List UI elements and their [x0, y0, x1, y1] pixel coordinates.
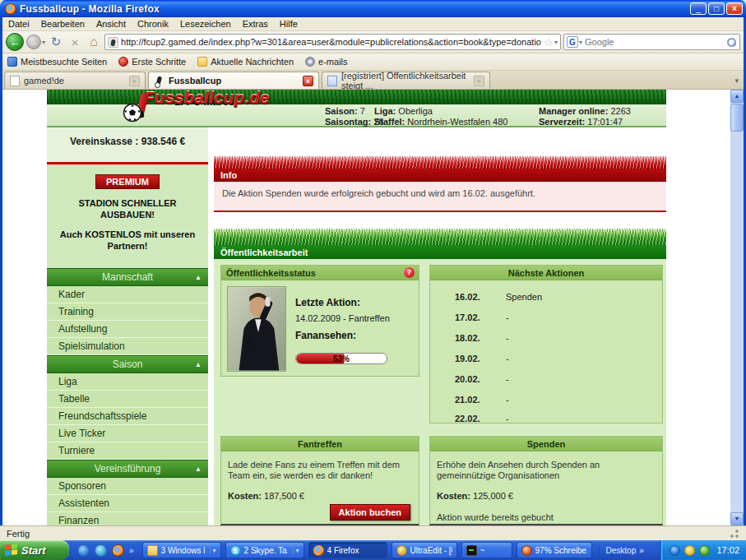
sidebar: Vereinskasse : 938.546 € PREMIUM STADION… — [47, 127, 208, 524]
sidebar-item-training[interactable]: Training — [47, 303, 208, 321]
history-dropdown-icon[interactable] — [42, 39, 45, 46]
tab-close-icon[interactable] — [303, 76, 313, 86]
page-icon — [10, 76, 20, 86]
firefox-quicklaunch-icon[interactable] — [112, 544, 124, 557]
search-bar[interactable]: G — [563, 34, 740, 50]
help-icon[interactable] — [404, 267, 415, 278]
last-action-value: 14.02.2009 - Fantreffen — [295, 313, 390, 323]
menu-lesezeichen[interactable]: Lesezeichen — [174, 18, 237, 30]
action-date: 21.02. — [455, 395, 480, 405]
firefox-task-icon — [313, 545, 324, 556]
tray-icon-green[interactable] — [699, 545, 710, 556]
sidebar-item-kader[interactable]: Kader — [47, 286, 208, 303]
phone-icon[interactable] — [95, 544, 107, 557]
sidebar-item-live-ticker[interactable]: Live Ticker — [47, 425, 208, 442]
collapse-icon[interactable] — [195, 274, 202, 281]
sidebar-item-turniere[interactable]: Turniere — [47, 442, 208, 460]
sidebar-item-freundschaftsspiele[interactable]: Freundschaftsspiele — [47, 408, 208, 425]
url-dropdown-icon[interactable] — [554, 39, 558, 46]
bookmark-erste-schritte[interactable]: Erste Schritte — [118, 57, 186, 67]
tab-list-icon[interactable] — [731, 76, 742, 85]
status-box: Öffentlichkeitsstatus — [220, 265, 419, 377]
balance-value: 938.546 € — [141, 136, 185, 147]
tab-close-icon[interactable] — [129, 76, 140, 86]
task-schreibprogramm[interactable]: 97% Schreibe... — [517, 542, 592, 558]
sidebar-item-spielsimulation[interactable]: Spielsimulation — [47, 338, 208, 355]
group-dropdown-icon[interactable] — [293, 547, 299, 554]
section-saison[interactable]: Saison — [47, 355, 208, 373]
section-vereinsfuehrung[interactable]: Vereinsführung — [47, 460, 208, 478]
aktion-buchen-button[interactable]: Aktion buchen — [330, 504, 410, 521]
task-ultraedit[interactable]: UltraEdit - [C:\... — [392, 542, 457, 558]
section-title: Saison — [113, 359, 143, 370]
menu-bearbeiten[interactable]: Bearbeiten — [35, 18, 90, 30]
menu-ansicht[interactable]: Ansicht — [90, 18, 132, 30]
forward-icon[interactable] — [26, 35, 41, 49]
internet-explorer-icon[interactable] — [77, 544, 90, 557]
tab-gamedde[interactable]: gamed!de — [4, 72, 146, 89]
bookmark-emails[interactable]: e-mails — [305, 57, 347, 67]
menu-chronik[interactable]: Chronik — [132, 18, 174, 30]
tab-label: [registriert] Öffentlichkeitsarbeit stei… — [341, 71, 470, 90]
collapse-icon[interactable] — [195, 361, 202, 368]
tray-icon-yellow[interactable] — [684, 545, 695, 556]
status-text: Fertig — [7, 529, 30, 539]
resize-grip[interactable] — [730, 529, 739, 539]
info-label: Saisontag: — [325, 117, 371, 127]
search-engine-dropdown-icon[interactable] — [579, 39, 582, 46]
menu-hilfe[interactable]: Hilfe — [274, 18, 303, 30]
back-icon[interactable] — [6, 33, 24, 51]
stop-icon[interactable] — [67, 35, 83, 49]
menu-extras[interactable]: Extras — [237, 18, 274, 30]
premium-promo: PREMIUM STADION SCHNELLER AUSBAUEN! Auch… — [47, 164, 208, 268]
desktop-overflow-icon[interactable] — [639, 546, 644, 555]
sidebar-item-finanzen[interactable]: Finanzen — [47, 512, 208, 525]
info-value: 17:01:47 — [587, 117, 623, 127]
collapse-icon[interactable] — [195, 465, 202, 473]
url-input[interactable] — [121, 37, 541, 47]
search-magnifier-icon[interactable] — [726, 37, 737, 48]
sidebar-item-assistenten[interactable]: Assistenten — [47, 495, 208, 512]
task-windows-explorer[interactable]: 3 Windows E... — [142, 542, 221, 558]
bookmark-meistbesuchte[interactable]: Meistbesuchte Seiten — [7, 57, 107, 67]
sidebar-item-tabelle[interactable]: Tabelle — [47, 391, 208, 408]
reload-icon[interactable] — [48, 35, 64, 49]
quicklaunch-overflow-icon[interactable] — [129, 546, 134, 555]
task-firefox[interactable]: 4 Firefox — [308, 542, 387, 558]
sidebar-item-liga[interactable]: Liga — [47, 373, 208, 391]
tab-close-icon[interactable] — [474, 76, 484, 86]
search-input[interactable] — [585, 37, 724, 47]
maximize-button[interactable] — [708, 2, 725, 15]
section-mannschaft[interactable]: Mannschaft — [47, 268, 208, 286]
tab-oeffentlichkeitsarbeit[interactable]: [registriert] Öffentlichkeitsarbeit stei… — [322, 72, 490, 89]
site-logo: Fussballcup.de — [144, 90, 270, 108]
tab-label: Fussballcup — [169, 76, 299, 86]
menu-bar: Datei Bearbeiten Ansicht Chronik Lesezei… — [2, 17, 744, 31]
header-info-league: Liga: Oberliga Staffel: Nordrhein-Westfa… — [374, 106, 507, 127]
scrollbar-thumb[interactable] — [730, 104, 744, 132]
tab-fussballcup[interactable]: Fussballcup — [148, 72, 319, 89]
info-label: Serverzeit: — [539, 117, 585, 127]
scroll-down-icon[interactable] — [730, 512, 744, 525]
minimize-button[interactable] — [690, 2, 707, 15]
group-dropdown-icon[interactable] — [210, 547, 216, 554]
vertical-scrollbar[interactable] — [730, 90, 744, 525]
task-console[interactable]: ~ — [461, 542, 512, 558]
home-icon[interactable] — [86, 35, 102, 49]
tray-icon-blue[interactable] — [670, 545, 680, 556]
firefox-icon — [5, 3, 16, 15]
sidebar-item-sponsoren[interactable]: Sponsoren — [47, 478, 208, 495]
task-skype[interactable]: S 2 Skype. Ta... — [225, 542, 304, 558]
emails-icon — [305, 57, 315, 67]
close-button[interactable] — [726, 2, 743, 15]
bookmark-star-icon[interactable] — [544, 36, 554, 49]
scroll-up-icon[interactable] — [730, 90, 744, 103]
fantreffen-box: Fantreffen Lade deine Fans zu einem Tref… — [220, 436, 419, 525]
action-date: 20.02. — [455, 374, 480, 384]
menu-datei[interactable]: Datei — [2, 18, 35, 30]
sidebar-item-aufstellung[interactable]: Aufstellung — [47, 321, 208, 338]
start-button[interactable]: Start — [0, 540, 69, 560]
url-bar[interactable] — [104, 34, 561, 50]
premium-button[interactable]: PREMIUM — [95, 174, 160, 189]
bookmark-aktuelle-nachrichten[interactable]: Aktuelle Nachrichten — [197, 57, 294, 67]
